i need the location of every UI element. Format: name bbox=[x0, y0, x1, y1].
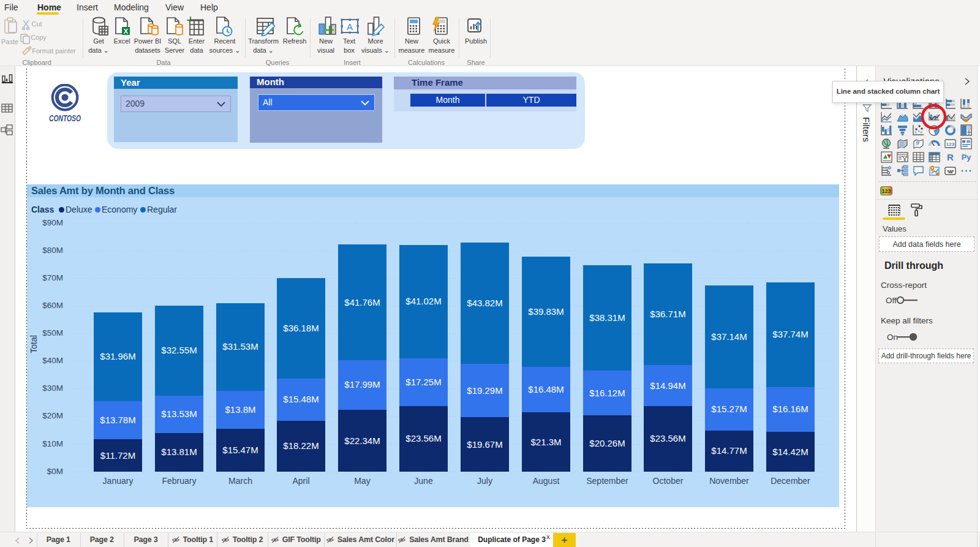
svg-text:R: R bbox=[947, 152, 954, 162]
svg-text:123: 123 bbox=[881, 188, 891, 194]
svg-text:CONTOSO: CONTOSO bbox=[49, 113, 81, 123]
svg-text:Py: Py bbox=[962, 153, 971, 162]
svg-text:X: X bbox=[124, 28, 129, 35]
svg-text:A: A bbox=[347, 21, 353, 32]
svg-text:123: 123 bbox=[946, 141, 955, 147]
